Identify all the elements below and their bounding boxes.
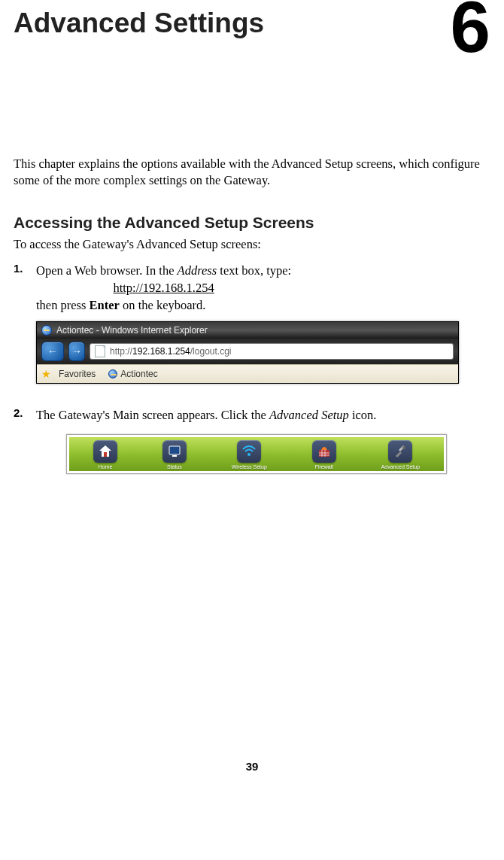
svg-rect-2 bbox=[172, 455, 177, 457]
text: The Gateway's Main screen appears. Click… bbox=[36, 408, 269, 422]
text: on the keyboard. bbox=[120, 298, 206, 312]
bold-text: Enter bbox=[90, 298, 120, 312]
section-intro: To access the Gateway's Advanced Setup s… bbox=[14, 236, 490, 253]
back-button[interactable]: ← bbox=[41, 342, 64, 361]
addr-host: 192.168.1.254 bbox=[132, 346, 190, 357]
star-icon: ★ bbox=[41, 368, 51, 380]
ie-icon bbox=[108, 369, 117, 378]
status-icon bbox=[169, 445, 181, 458]
nav-advanced-setup[interactable]: Advanced Setup bbox=[381, 440, 420, 470]
nav-label: Firewall bbox=[315, 464, 333, 470]
url-line: http://192.168.1.254 bbox=[36, 279, 291, 296]
nav-firewall[interactable]: Firewall bbox=[312, 440, 336, 470]
step-body: Open a Web browser. In the Address text … bbox=[36, 262, 291, 314]
svg-rect-0 bbox=[104, 452, 107, 457]
nav-label: Advanced Setup bbox=[381, 464, 420, 470]
nav-status[interactable]: Status bbox=[162, 440, 187, 470]
addr-suffix: /logout.cgi bbox=[190, 346, 232, 357]
nav-label: Wireless Setup bbox=[232, 464, 267, 470]
page-number: 39 bbox=[14, 760, 490, 773]
addr-text: http://192.168.1.254/logout.cgi bbox=[110, 346, 231, 357]
step-1: 1. Open a Web browser. In the Address te… bbox=[14, 262, 490, 314]
browser-toolbar: ← → http://192.168.1.254/logout.cgi bbox=[37, 339, 458, 364]
chapter-intro: This chapter explains the options availa… bbox=[14, 156, 490, 190]
step-number: 2. bbox=[14, 406, 36, 419]
step-body: The Gateway's Main screen appears. Click… bbox=[36, 406, 376, 424]
page-icon bbox=[95, 345, 105, 357]
svg-point-3 bbox=[247, 453, 250, 456]
svg-rect-1 bbox=[169, 446, 180, 454]
gateway-nav-screenshot: Home Status Wireless Setup Firewall bbox=[66, 434, 447, 474]
forward-button[interactable]: → bbox=[68, 342, 85, 361]
tools-icon bbox=[394, 445, 406, 458]
favorite-link[interactable]: Actiontec bbox=[103, 367, 162, 381]
italic-text: Advanced Setup bbox=[269, 408, 349, 422]
text: Open a Web browser. In the bbox=[36, 263, 178, 278]
step-2: 2. The Gateway's Main screen appears. Cl… bbox=[14, 406, 490, 424]
chapter-title: Advanced Settings bbox=[14, 8, 490, 39]
addr-prefix: http:// bbox=[110, 346, 132, 357]
favorites-bar: ★ Favorites Actiontec bbox=[37, 364, 458, 383]
home-icon bbox=[99, 445, 112, 458]
italic-text: Address bbox=[178, 263, 217, 278]
ie-icon bbox=[41, 325, 52, 336]
svg-rect-4 bbox=[319, 450, 329, 457]
section-heading: Accessing the Advanced Setup Screens bbox=[14, 214, 490, 232]
step-number: 1. bbox=[14, 262, 36, 275]
nav-home[interactable]: Home bbox=[93, 440, 117, 470]
browser-titlebar: Actiontec - Windows Internet Explorer bbox=[37, 322, 458, 339]
chapter-number: 6 bbox=[451, 0, 490, 63]
nav-label: Status bbox=[167, 464, 182, 470]
arrow-right-icon: → bbox=[71, 345, 82, 357]
firewall-icon bbox=[318, 445, 330, 458]
nav-wireless-setup[interactable]: Wireless Setup bbox=[232, 440, 267, 470]
arrow-left-icon: ← bbox=[47, 345, 58, 357]
address-bar[interactable]: http://192.168.1.254/logout.cgi bbox=[90, 343, 454, 360]
nav-label: Home bbox=[99, 464, 113, 470]
svg-point-5 bbox=[402, 446, 405, 449]
text: text box, type: bbox=[217, 263, 291, 278]
window-title-text: Actiontec - Windows Internet Explorer bbox=[56, 325, 208, 336]
browser-screenshot: Actiontec - Windows Internet Explorer ← … bbox=[36, 321, 490, 384]
text: icon. bbox=[349, 408, 377, 422]
favorite-link-label: Actiontec bbox=[120, 369, 157, 379]
favorites-label: Favorites bbox=[59, 369, 96, 379]
text: then press bbox=[36, 298, 90, 312]
wifi-icon bbox=[242, 445, 256, 458]
